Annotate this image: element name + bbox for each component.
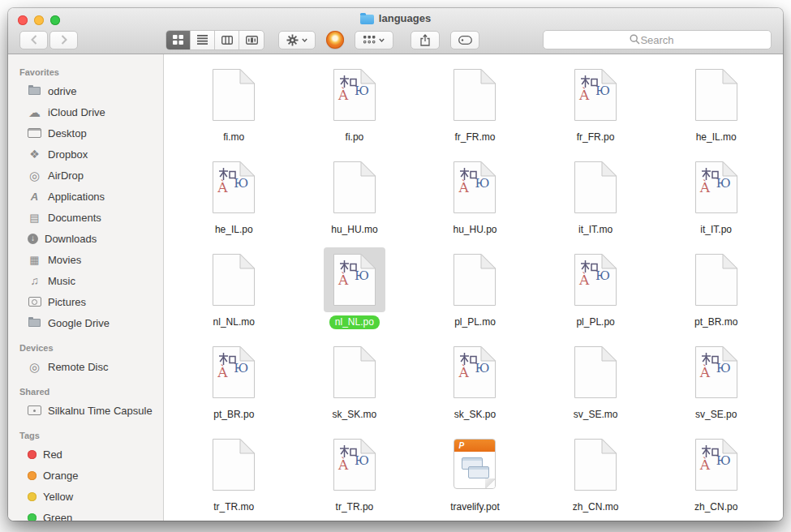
yu-glyph: Ю: [716, 455, 731, 467]
sidebar-item[interactable]: Documents: [8, 207, 163, 228]
file-item[interactable]: À Ю fi.mo: [174, 62, 294, 155]
sidebar-item[interactable]: Orange: [8, 465, 163, 486]
forward-button[interactable]: [49, 31, 78, 49]
plain-document-icon: À Ю: [694, 253, 738, 307]
chevron-left-icon: [31, 35, 37, 45]
file-icon-highlight: À Ю: [686, 247, 747, 312]
file-item[interactable]: À Ю he_IL.mo: [656, 62, 776, 155]
sidebar-section-header: Shared: [8, 382, 163, 400]
search-input[interactable]: [543, 30, 772, 49]
file-icon-highlight: À Ю: [203, 62, 264, 127]
tag-icon: [458, 36, 472, 45]
share-button[interactable]: [411, 31, 440, 49]
file-item[interactable]: À Ю pl_PL.po: [535, 247, 656, 340]
file-item[interactable]: À Ю P travelify: [415, 432, 535, 521]
file-item[interactable]: À Ю sv_SE.po: [656, 340, 776, 432]
file-item[interactable]: À Ю pl_PL.mo: [415, 247, 535, 340]
file-item[interactable]: À Ю nl_NL.mo: [174, 247, 294, 340]
action-menu-button[interactable]: [278, 31, 316, 49]
sidebar-item-label: Orange: [43, 470, 78, 482]
file-item[interactable]: À Ю nl_NL.po: [294, 247, 415, 340]
file-item[interactable]: À Ю hu_HU.po: [415, 155, 535, 247]
sidebar-item[interactable]: Red: [8, 444, 163, 465]
sidebar-item[interactable]: iCloud Drive: [8, 101, 163, 122]
translation-document-icon: À Ю: [694, 161, 738, 214]
file-item[interactable]: À Ю sv_SE.mo: [535, 340, 656, 432]
file-browser: À Ю fi.mo: [164, 54, 783, 521]
plain-document-icon: À Ю: [453, 253, 497, 307]
file-item[interactable]: À Ю it_IT.mo: [535, 155, 656, 247]
airdrop-icon: [28, 169, 41, 182]
sidebar-item[interactable]: AirDrop: [8, 165, 163, 186]
file-name: he_IL.po: [209, 223, 259, 237]
file-item[interactable]: À Ю sk_SK.mo: [294, 340, 415, 432]
odrive-toolbar-icon[interactable]: [326, 31, 344, 49]
list-view-button[interactable]: [191, 31, 215, 49]
sidebar-item[interactable]: Google Drive: [8, 312, 163, 333]
tag-red-icon: [28, 450, 37, 459]
arrange-menu-button[interactable]: [355, 31, 393, 49]
file-name: fr_FR.po: [571, 131, 621, 144]
sidebar-section-header: Favorites: [8, 62, 163, 80]
file-item[interactable]: À Ю fr_FR.po: [535, 62, 656, 155]
file-name: it_IT.mo: [573, 223, 618, 237]
sidebar-item[interactable]: Downloads: [8, 228, 163, 249]
file-name: fi.mo: [217, 131, 250, 144]
coverflow-view-button[interactable]: [239, 31, 264, 49]
sidebar-item[interactable]: Yellow: [8, 486, 163, 507]
file-item[interactable]: À Ю sk_SK.po: [415, 340, 535, 432]
remote-disc-icon: [28, 360, 41, 373]
sidebar-item[interactable]: odrive: [8, 80, 163, 101]
file-item[interactable]: À Ю hu_HU.mo: [294, 155, 415, 247]
a-grave-glyph: À: [700, 181, 710, 195]
sidebar-item[interactable]: Pictures: [8, 291, 163, 312]
file-item[interactable]: À Ю pt_BR.mo: [656, 247, 776, 340]
folder-icon: [28, 316, 41, 329]
sidebar-item[interactable]: Green: [8, 507, 163, 521]
column-view-button[interactable]: [215, 31, 239, 49]
plain-document-icon: À Ю: [453, 68, 497, 122]
translation-document-icon: À Ю: [694, 345, 738, 399]
sidebar-item[interactable]: Silkalnu Time Capsule: [8, 400, 163, 421]
file-item[interactable]: À Ю zh_CN.mo: [535, 432, 656, 521]
sidebar-item-label: Remote Disc: [48, 361, 108, 373]
sidebar-item[interactable]: Dropbox: [8, 144, 163, 165]
file-item[interactable]: À Ю he_IL.po: [174, 155, 294, 247]
file-item[interactable]: À Ю it_IT.po: [656, 155, 776, 247]
sidebar-item[interactable]: Music: [8, 270, 163, 291]
file-item[interactable]: À Ю fr_FR.mo: [415, 62, 535, 155]
file-name: hu_HU.po: [447, 223, 502, 237]
document-page: [212, 68, 256, 122]
sidebar-section-header: Devices: [8, 338, 163, 356]
yu-glyph: Ю: [234, 178, 248, 190]
icon-view-button[interactable]: [166, 31, 191, 49]
tag-button[interactable]: [450, 31, 479, 49]
file-item[interactable]: À Ю fi.po: [294, 62, 415, 155]
sidebar-item-label: Red: [43, 448, 62, 461]
yu-glyph: Ю: [475, 363, 489, 375]
cloud-icon: [28, 105, 41, 118]
file-item[interactable]: À Ю tr_TR.po: [294, 432, 415, 521]
navigation-buttons: [19, 31, 78, 49]
yu-glyph: Ю: [355, 270, 369, 282]
file-name: pt_BR.po: [208, 408, 260, 422]
back-button[interactable]: [19, 31, 48, 49]
chevron-down-icon: [379, 38, 385, 42]
sidebar-item-label: Dropbox: [48, 148, 88, 161]
file-icon-highlight: À Ю: [324, 340, 385, 405]
file-name: nl_NL.po: [329, 315, 380, 329]
translation-document-icon: À Ю: [333, 68, 376, 122]
dropbox-icon: [28, 148, 41, 161]
documents-icon: [28, 211, 41, 224]
coverflow-view-icon: [246, 36, 258, 45]
folder-icon: [28, 84, 41, 97]
file-item[interactable]: À Ю pt_BR.po: [174, 340, 294, 432]
sidebar-item[interactable]: Movies: [8, 249, 163, 270]
file-icon-highlight: À Ю: [324, 247, 385, 312]
sidebar-item[interactable]: Desktop: [8, 122, 163, 144]
file-item[interactable]: À Ю zh_CN.po: [656, 432, 776, 521]
sidebar-item[interactable]: Applications: [8, 186, 163, 207]
sidebar-item[interactable]: Remote Disc: [8, 356, 163, 377]
file-item[interactable]: À Ю tr_TR.mo: [174, 432, 294, 521]
desktop-background: languages: [0, 0, 791, 532]
